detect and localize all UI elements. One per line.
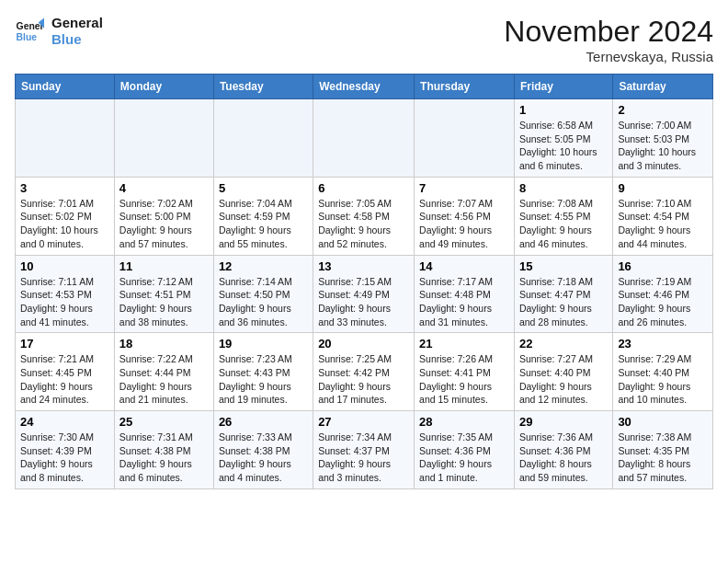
day-info: Sunrise: 7:33 AM Sunset: 4:38 PM Dayligh… <box>219 431 308 485</box>
day-info: Sunrise: 7:29 AM Sunset: 4:40 PM Dayligh… <box>618 352 708 407</box>
calendar-cell: 28Sunrise: 7:35 AM Sunset: 4:36 PM Dayli… <box>415 411 515 489</box>
calendar-header: SundayMondayTuesdayWednesdayThursdayFrid… <box>16 75 713 99</box>
day-info: Sunrise: 7:35 AM Sunset: 4:36 PM Dayligh… <box>419 431 509 485</box>
calendar-cell: 20Sunrise: 7:25 AM Sunset: 4:42 PM Dayli… <box>313 333 415 411</box>
day-number: 29 <box>519 415 608 429</box>
calendar-table: SundayMondayTuesdayWednesdayThursdayFrid… <box>15 74 713 489</box>
day-info: Sunrise: 7:22 AM Sunset: 4:44 PM Dayligh… <box>119 352 209 407</box>
page-header: General Blue General Blue November 2024 … <box>15 15 713 64</box>
calendar-cell: 6Sunrise: 7:05 AM Sunset: 4:58 PM Daylig… <box>313 177 415 255</box>
day-info: Sunrise: 7:31 AM Sunset: 4:38 PM Dayligh… <box>119 431 209 485</box>
day-info: Sunrise: 7:11 AM Sunset: 4:53 PM Dayligh… <box>20 275 109 329</box>
weekday-header: Tuesday <box>213 75 313 99</box>
day-number: 3 <box>20 181 109 195</box>
calendar-cell: 5Sunrise: 7:04 AM Sunset: 4:59 PM Daylig… <box>213 177 313 255</box>
calendar-cell: 3Sunrise: 7:01 AM Sunset: 5:02 PM Daylig… <box>16 177 115 255</box>
calendar-cell: 4Sunrise: 7:02 AM Sunset: 5:00 PM Daylig… <box>114 177 213 255</box>
day-number: 25 <box>119 415 209 429</box>
day-number: 8 <box>519 181 608 195</box>
calendar-cell: 10Sunrise: 7:11 AM Sunset: 4:53 PM Dayli… <box>16 255 115 333</box>
day-info: Sunrise: 7:26 AM Sunset: 4:41 PM Dayligh… <box>419 352 509 407</box>
day-info: Sunrise: 7:00 AM Sunset: 5:03 PM Dayligh… <box>618 119 708 173</box>
calendar-cell: 12Sunrise: 7:14 AM Sunset: 4:50 PM Dayli… <box>213 255 313 333</box>
day-number: 11 <box>119 259 209 273</box>
day-number: 30 <box>618 415 708 429</box>
day-info: Sunrise: 7:05 AM Sunset: 4:58 PM Dayligh… <box>318 197 409 251</box>
calendar-cell: 8Sunrise: 7:08 AM Sunset: 4:55 PM Daylig… <box>514 177 612 255</box>
day-number: 15 <box>519 259 608 273</box>
day-info: Sunrise: 7:27 AM Sunset: 4:40 PM Dayligh… <box>519 352 608 407</box>
weekday-header: Friday <box>514 75 612 99</box>
day-info: Sunrise: 7:38 AM Sunset: 4:35 PM Dayligh… <box>618 431 708 485</box>
calendar-cell: 11Sunrise: 7:12 AM Sunset: 4:51 PM Dayli… <box>114 255 213 333</box>
day-info: Sunrise: 7:02 AM Sunset: 5:00 PM Dayligh… <box>119 197 209 251</box>
weekday-header: Saturday <box>613 75 713 99</box>
weekday-header: Wednesday <box>313 75 415 99</box>
day-info: Sunrise: 7:14 AM Sunset: 4:50 PM Dayligh… <box>219 275 308 329</box>
day-number: 13 <box>318 259 409 273</box>
calendar-cell: 27Sunrise: 7:34 AM Sunset: 4:37 PM Dayli… <box>313 411 415 489</box>
day-number: 12 <box>219 259 308 273</box>
calendar-cell: 22Sunrise: 7:27 AM Sunset: 4:40 PM Dayli… <box>514 333 612 411</box>
day-info: Sunrise: 7:18 AM Sunset: 4:47 PM Dayligh… <box>519 275 608 329</box>
day-info: Sunrise: 7:36 AM Sunset: 4:36 PM Dayligh… <box>519 431 608 485</box>
logo: General Blue General Blue <box>15 15 103 48</box>
day-number: 6 <box>318 181 409 195</box>
day-info: Sunrise: 7:17 AM Sunset: 4:48 PM Dayligh… <box>419 275 509 329</box>
calendar-cell <box>415 99 515 178</box>
calendar-cell: 30Sunrise: 7:38 AM Sunset: 4:35 PM Dayli… <box>613 411 713 489</box>
calendar-cell: 17Sunrise: 7:21 AM Sunset: 4:45 PM Dayli… <box>16 333 115 411</box>
day-number: 10 <box>20 259 109 273</box>
day-number: 7 <box>419 181 509 195</box>
day-number: 26 <box>219 415 308 429</box>
day-info: Sunrise: 7:08 AM Sunset: 4:55 PM Dayligh… <box>519 197 608 251</box>
day-number: 4 <box>119 181 209 195</box>
calendar-cell: 24Sunrise: 7:30 AM Sunset: 4:39 PM Dayli… <box>16 411 115 489</box>
calendar-cell: 25Sunrise: 7:31 AM Sunset: 4:38 PM Dayli… <box>114 411 213 489</box>
day-number: 24 <box>20 415 109 429</box>
day-number: 5 <box>219 181 308 195</box>
calendar-cell <box>114 99 213 178</box>
calendar-cell: 26Sunrise: 7:33 AM Sunset: 4:38 PM Dayli… <box>213 411 313 489</box>
day-info: Sunrise: 7:12 AM Sunset: 4:51 PM Dayligh… <box>119 275 209 329</box>
day-number: 27 <box>318 415 409 429</box>
day-number: 28 <box>419 415 509 429</box>
day-info: Sunrise: 7:19 AM Sunset: 4:46 PM Dayligh… <box>618 275 708 329</box>
day-info: Sunrise: 7:30 AM Sunset: 4:39 PM Dayligh… <box>20 431 109 485</box>
calendar-cell: 15Sunrise: 7:18 AM Sunset: 4:47 PM Dayli… <box>514 255 612 333</box>
month-title: November 2024 <box>504 15 713 49</box>
day-number: 2 <box>618 103 708 117</box>
weekday-header: Monday <box>114 75 213 99</box>
day-info: Sunrise: 7:34 AM Sunset: 4:37 PM Dayligh… <box>318 431 409 485</box>
day-number: 19 <box>219 337 308 350</box>
calendar-cell: 2Sunrise: 7:00 AM Sunset: 5:03 PM Daylig… <box>613 99 713 178</box>
svg-text:Blue: Blue <box>17 32 38 42</box>
day-number: 14 <box>419 259 509 273</box>
calendar-cell: 16Sunrise: 7:19 AM Sunset: 4:46 PM Dayli… <box>613 255 713 333</box>
calendar-cell: 14Sunrise: 7:17 AM Sunset: 4:48 PM Dayli… <box>415 255 515 333</box>
calendar-cell: 19Sunrise: 7:23 AM Sunset: 4:43 PM Dayli… <box>213 333 313 411</box>
day-number: 21 <box>419 337 509 350</box>
day-number: 1 <box>519 103 608 117</box>
day-number: 18 <box>119 337 209 350</box>
logo-text: General Blue <box>51 15 103 48</box>
day-info: Sunrise: 7:15 AM Sunset: 4:49 PM Dayligh… <box>318 275 409 329</box>
calendar-cell: 9Sunrise: 7:10 AM Sunset: 4:54 PM Daylig… <box>613 177 713 255</box>
day-info: Sunrise: 7:25 AM Sunset: 4:42 PM Dayligh… <box>318 352 409 407</box>
day-number: 20 <box>318 337 409 350</box>
day-number: 23 <box>618 337 708 350</box>
day-info: Sunrise: 6:58 AM Sunset: 5:05 PM Dayligh… <box>519 119 608 173</box>
day-number: 9 <box>618 181 708 195</box>
day-info: Sunrise: 7:07 AM Sunset: 4:56 PM Dayligh… <box>419 197 509 251</box>
calendar-cell <box>213 99 313 178</box>
day-number: 17 <box>20 337 109 350</box>
calendar-cell: 1Sunrise: 6:58 AM Sunset: 5:05 PM Daylig… <box>514 99 612 178</box>
day-number: 16 <box>618 259 708 273</box>
title-block: November 2024 Ternevskaya, Russia <box>504 15 713 64</box>
day-info: Sunrise: 7:21 AM Sunset: 4:45 PM Dayligh… <box>20 352 109 407</box>
calendar-cell: 18Sunrise: 7:22 AM Sunset: 4:44 PM Dayli… <box>114 333 213 411</box>
calendar-cell <box>16 99 115 178</box>
calendar-cell: 13Sunrise: 7:15 AM Sunset: 4:49 PM Dayli… <box>313 255 415 333</box>
calendar-cell: 29Sunrise: 7:36 AM Sunset: 4:36 PM Dayli… <box>514 411 612 489</box>
calendar-cell <box>313 99 415 178</box>
